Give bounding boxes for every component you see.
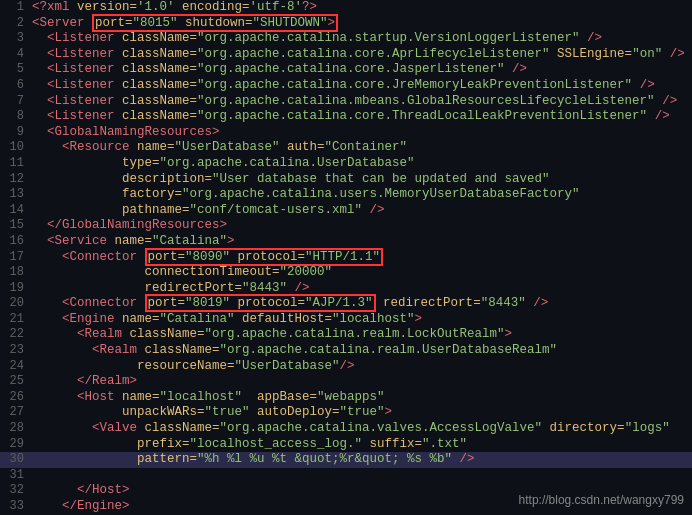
code-line: 27 unpackWARs="true" autoDeploy="true">: [0, 405, 692, 421]
line-number: 4: [4, 47, 32, 63]
line-content: <Listener className="org.apache.catalina…: [32, 109, 688, 125]
code-line: 21 <Engine name="Catalina" defaultHost="…: [0, 312, 692, 328]
line-content: connectionTimeout="20000": [32, 265, 688, 281]
line-number: 33: [4, 499, 32, 515]
line-number: 18: [4, 265, 32, 281]
line-number: 8: [4, 109, 32, 125]
line-number: 29: [4, 437, 32, 453]
line-content: <Host name="localhost" appBase="webapps": [32, 390, 688, 406]
line-content: <Listener className="org.apache.catalina…: [32, 94, 688, 110]
line-content: <Listener className="org.apache.catalina…: [32, 31, 688, 47]
line-number: 7: [4, 94, 32, 110]
line-content: </GlobalNamingResources>: [32, 218, 688, 234]
line-content: <Resource name="UserDatabase" auth="Cont…: [32, 140, 688, 156]
code-line: 18 connectionTimeout="20000": [0, 265, 692, 281]
code-line: 23 <Realm className="org.apache.catalina…: [0, 343, 692, 359]
code-line: 26 <Host name="localhost" appBase="webap…: [0, 390, 692, 406]
line-number: 24: [4, 359, 32, 375]
line-content: <Connector port="8090" protocol="HTTP/1.…: [32, 250, 688, 266]
line-number: 31: [4, 468, 32, 484]
line-number: 27: [4, 405, 32, 421]
line-content: [32, 468, 688, 484]
line-content: <Listener className="org.apache.catalina…: [32, 78, 688, 94]
line-number: 15: [4, 218, 32, 234]
code-line: 25 </Realm>: [0, 374, 692, 390]
code-line: 13 factory="org.apache.catalina.users.Me…: [0, 187, 692, 203]
line-content: resourceName="UserDatabase"/>: [32, 359, 688, 375]
line-number: 22: [4, 327, 32, 343]
line-number: 16: [4, 234, 32, 250]
code-line: 11 type="org.apache.catalina.UserDatabas…: [0, 156, 692, 172]
code-editor: 1<?xml version='1.0' encoding='utf-8'?>2…: [0, 0, 692, 515]
line-number: 12: [4, 172, 32, 188]
code-line: 4 <Listener className="org.apache.catali…: [0, 47, 692, 63]
line-number: 13: [4, 187, 32, 203]
code-line: 14 pathname="conf/tomcat-users.xml" />: [0, 203, 692, 219]
line-content: unpackWARs="true" autoDeploy="true">: [32, 405, 688, 421]
line-number: 14: [4, 203, 32, 219]
line-number: 3: [4, 31, 32, 47]
code-line: 28 <Valve className="org.apache.catalina…: [0, 421, 692, 437]
code-line: 2<Server port="8015" shutdown="SHUTDOWN"…: [0, 16, 692, 32]
line-content: pattern="%h %l %u %t &quot;%r&quot; %s %…: [32, 452, 688, 468]
line-content: prefix="localhost_access_log." suffix=".…: [32, 437, 688, 453]
code-content: 1<?xml version='1.0' encoding='utf-8'?>2…: [0, 0, 692, 515]
line-number: 21: [4, 312, 32, 328]
line-content: <Engine name="Catalina" defaultHost="loc…: [32, 312, 688, 328]
line-content: </Realm>: [32, 374, 688, 390]
line-number: 19: [4, 281, 32, 297]
line-content: <Server port="8015" shutdown="SHUTDOWN">: [32, 16, 688, 32]
line-number: 25: [4, 374, 32, 390]
line-content: <Listener className="org.apache.catalina…: [32, 47, 688, 63]
code-line: 22 <Realm className="org.apache.catalina…: [0, 327, 692, 343]
code-line: 15 </GlobalNamingResources>: [0, 218, 692, 234]
line-number: 6: [4, 78, 32, 94]
line-content: description="User database that can be u…: [32, 172, 688, 188]
line-content: <Realm className="org.apache.catalina.re…: [32, 327, 688, 343]
code-line: 29 prefix="localhost_access_log." suffix…: [0, 437, 692, 453]
line-number: 2: [4, 16, 32, 32]
code-line: 31: [0, 468, 692, 484]
line-content: <Realm className="org.apache.catalina.re…: [32, 343, 688, 359]
line-content: <Connector port="8019" protocol="AJP/1.3…: [32, 296, 688, 312]
code-line: 30 pattern="%h %l %u %t &quot;%r&quot; %…: [0, 452, 692, 468]
line-content: <Listener className="org.apache.catalina…: [32, 62, 688, 78]
code-line: 20 <Connector port="8019" protocol="AJP/…: [0, 296, 692, 312]
code-line: 5 <Listener className="org.apache.catali…: [0, 62, 692, 78]
line-number: 1: [4, 0, 32, 16]
code-line: 17 <Connector port="8090" protocol="HTTP…: [0, 250, 692, 266]
code-line: 10 <Resource name="UserDatabase" auth="C…: [0, 140, 692, 156]
code-line: 7 <Listener className="org.apache.catali…: [0, 94, 692, 110]
code-line: 12 description="User database that can b…: [0, 172, 692, 188]
code-line: 6 <Listener className="org.apache.catali…: [0, 78, 692, 94]
line-number: 5: [4, 62, 32, 78]
line-number: 32: [4, 483, 32, 499]
code-line: 9 <GlobalNamingResources>: [0, 125, 692, 141]
line-number: 26: [4, 390, 32, 406]
code-line: 24 resourceName="UserDatabase"/>: [0, 359, 692, 375]
watermark: http://blog.csdn.net/wangxy799: [519, 493, 684, 507]
line-number: 17: [4, 250, 32, 266]
code-line: 8 <Listener className="org.apache.catali…: [0, 109, 692, 125]
line-content: <Valve className="org.apache.catalina.va…: [32, 421, 688, 437]
line-number: 20: [4, 296, 32, 312]
line-content: type="org.apache.catalina.UserDatabase": [32, 156, 688, 172]
line-content: <GlobalNamingResources>: [32, 125, 688, 141]
line-content: factory="org.apache.catalina.users.Memor…: [32, 187, 688, 203]
line-number: 23: [4, 343, 32, 359]
line-content: pathname="conf/tomcat-users.xml" />: [32, 203, 688, 219]
line-number: 11: [4, 156, 32, 172]
code-line: 3 <Listener className="org.apache.catali…: [0, 31, 692, 47]
line-number: 28: [4, 421, 32, 437]
line-number: 9: [4, 125, 32, 141]
line-number: 10: [4, 140, 32, 156]
line-number: 30: [4, 452, 32, 468]
